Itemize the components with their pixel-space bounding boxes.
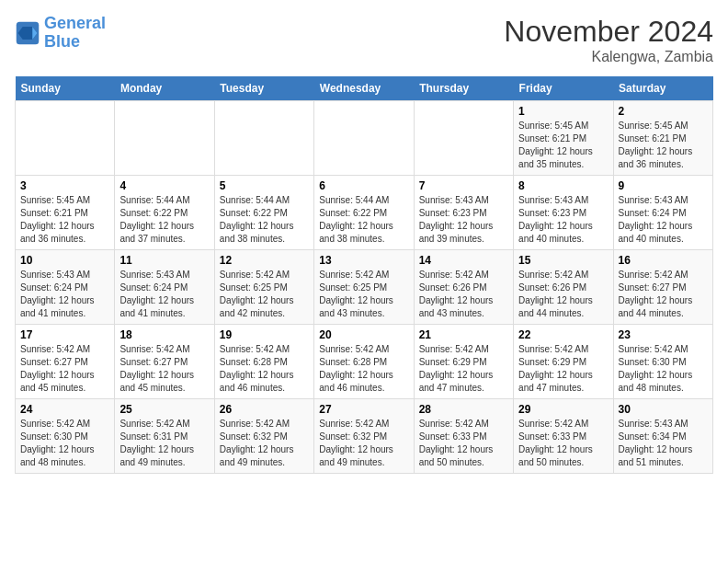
day-number: 17 <box>20 328 109 341</box>
day-info: Sunrise: 5:45 AM Sunset: 6:21 PM Dayligh… <box>518 120 608 171</box>
calendar-cell: 13Sunrise: 5:42 AM Sunset: 6:25 PM Dayli… <box>314 250 414 325</box>
calendar-table: SundayMondayTuesdayWednesdayThursdayFrid… <box>15 76 713 474</box>
week-row-1: 1Sunrise: 5:45 AM Sunset: 6:21 PM Daylig… <box>16 101 713 176</box>
day-info: Sunrise: 5:42 AM Sunset: 6:25 PM Dayligh… <box>220 269 309 320</box>
logo: General Blue <box>15 15 106 52</box>
calendar-cell: 7Sunrise: 5:43 AM Sunset: 6:23 PM Daylig… <box>414 176 513 250</box>
calendar-cell: 5Sunrise: 5:44 AM Sunset: 6:22 PM Daylig… <box>214 176 313 250</box>
header-row: SundayMondayTuesdayWednesdayThursdayFrid… <box>16 76 713 101</box>
day-number: 5 <box>220 179 309 192</box>
day-number: 19 <box>220 328 309 341</box>
calendar-subtitle: Kalengwa, Zambia <box>504 49 713 65</box>
calendar-cell: 4Sunrise: 5:44 AM Sunset: 6:22 PM Daylig… <box>115 176 214 250</box>
calendar-cell: 25Sunrise: 5:42 AM Sunset: 6:31 PM Dayli… <box>115 399 214 474</box>
day-info: Sunrise: 5:42 AM Sunset: 6:27 PM Dayligh… <box>619 269 708 320</box>
day-info: Sunrise: 5:42 AM Sunset: 6:29 PM Dayligh… <box>518 343 608 395</box>
day-info: Sunrise: 5:42 AM Sunset: 6:25 PM Dayligh… <box>319 269 408 320</box>
day-number: 10 <box>20 254 109 267</box>
day-info: Sunrise: 5:44 AM Sunset: 6:22 PM Dayligh… <box>119 194 209 246</box>
calendar-cell: 20Sunrise: 5:42 AM Sunset: 6:28 PM Dayli… <box>314 325 414 399</box>
day-info: Sunrise: 5:42 AM Sunset: 6:26 PM Dayligh… <box>518 269 608 320</box>
logo-line1: General <box>44 14 106 32</box>
calendar-cell: 27Sunrise: 5:42 AM Sunset: 6:32 PM Dayli… <box>314 399 414 474</box>
header-cell-thursday: Thursday <box>414 76 513 101</box>
day-number: 7 <box>419 179 508 192</box>
calendar-cell: 1Sunrise: 5:45 AM Sunset: 6:21 PM Daylig… <box>514 101 613 176</box>
day-number: 1 <box>518 105 608 118</box>
day-number: 21 <box>419 328 508 341</box>
day-info: Sunrise: 5:42 AM Sunset: 6:27 PM Dayligh… <box>20 343 109 395</box>
logo-icon <box>15 20 40 46</box>
day-info: Sunrise: 5:42 AM Sunset: 6:28 PM Dayligh… <box>319 343 408 395</box>
day-info: Sunrise: 5:45 AM Sunset: 6:21 PM Dayligh… <box>20 194 109 246</box>
day-number: 11 <box>119 254 209 267</box>
day-number: 6 <box>319 179 408 192</box>
calendar-body: 1Sunrise: 5:45 AM Sunset: 6:21 PM Daylig… <box>16 101 713 474</box>
calendar-cell: 29Sunrise: 5:42 AM Sunset: 6:33 PM Dayli… <box>514 399 613 474</box>
calendar-cell: 2Sunrise: 5:45 AM Sunset: 6:21 PM Daylig… <box>613 101 712 176</box>
week-row-3: 10Sunrise: 5:43 AM Sunset: 6:24 PM Dayli… <box>16 250 713 325</box>
day-number: 25 <box>119 403 209 416</box>
calendar-cell: 22Sunrise: 5:42 AM Sunset: 6:29 PM Dayli… <box>514 325 613 399</box>
day-number: 30 <box>619 403 708 416</box>
week-row-4: 17Sunrise: 5:42 AM Sunset: 6:27 PM Dayli… <box>16 325 713 399</box>
day-info: Sunrise: 5:42 AM Sunset: 6:29 PM Dayligh… <box>419 343 508 395</box>
calendar-cell <box>314 101 414 176</box>
day-number: 20 <box>319 328 408 341</box>
calendar-cell: 21Sunrise: 5:42 AM Sunset: 6:29 PM Dayli… <box>414 325 513 399</box>
week-row-2: 3Sunrise: 5:45 AM Sunset: 6:21 PM Daylig… <box>16 176 713 250</box>
calendar-cell <box>414 101 513 176</box>
day-info: Sunrise: 5:43 AM Sunset: 6:23 PM Dayligh… <box>419 194 508 246</box>
header-cell-sunday: Sunday <box>16 76 115 101</box>
day-number: 9 <box>619 179 708 192</box>
logo-line2: Blue <box>44 32 80 51</box>
calendar-cell: 16Sunrise: 5:42 AM Sunset: 6:27 PM Dayli… <box>613 250 712 325</box>
day-info: Sunrise: 5:42 AM Sunset: 6:28 PM Dayligh… <box>220 343 309 395</box>
header-cell-saturday: Saturday <box>613 76 712 101</box>
title-block: November 2024 Kalengwa, Zambia <box>504 15 713 65</box>
day-info: Sunrise: 5:42 AM Sunset: 6:27 PM Dayligh… <box>119 343 209 395</box>
day-info: Sunrise: 5:43 AM Sunset: 6:23 PM Dayligh… <box>518 194 608 246</box>
calendar-header: SundayMondayTuesdayWednesdayThursdayFrid… <box>16 76 713 101</box>
header-cell-friday: Friday <box>514 76 613 101</box>
calendar-cell: 8Sunrise: 5:43 AM Sunset: 6:23 PM Daylig… <box>514 176 613 250</box>
calendar-cell: 18Sunrise: 5:42 AM Sunset: 6:27 PM Dayli… <box>115 325 214 399</box>
day-number: 12 <box>220 254 309 267</box>
day-info: Sunrise: 5:42 AM Sunset: 6:32 PM Dayligh… <box>319 418 408 469</box>
calendar-cell: 23Sunrise: 5:42 AM Sunset: 6:30 PM Dayli… <box>613 325 712 399</box>
header-cell-monday: Monday <box>115 76 214 101</box>
calendar-cell: 3Sunrise: 5:45 AM Sunset: 6:21 PM Daylig… <box>16 176 115 250</box>
day-number: 4 <box>119 179 209 192</box>
header-cell-tuesday: Tuesday <box>214 76 313 101</box>
day-number: 8 <box>518 179 608 192</box>
day-info: Sunrise: 5:42 AM Sunset: 6:26 PM Dayligh… <box>419 269 508 320</box>
calendar-cell: 14Sunrise: 5:42 AM Sunset: 6:26 PM Dayli… <box>414 250 513 325</box>
calendar-cell: 30Sunrise: 5:43 AM Sunset: 6:34 PM Dayli… <box>613 399 712 474</box>
calendar-cell: 17Sunrise: 5:42 AM Sunset: 6:27 PM Dayli… <box>16 325 115 399</box>
calendar-cell: 26Sunrise: 5:42 AM Sunset: 6:32 PM Dayli… <box>214 399 313 474</box>
page-header: General Blue November 2024 Kalengwa, Zam… <box>15 15 713 65</box>
day-info: Sunrise: 5:42 AM Sunset: 6:30 PM Dayligh… <box>619 343 708 395</box>
day-info: Sunrise: 5:43 AM Sunset: 6:24 PM Dayligh… <box>619 194 708 246</box>
calendar-title: November 2024 <box>504 15 713 49</box>
day-number: 27 <box>319 403 408 416</box>
day-info: Sunrise: 5:42 AM Sunset: 6:33 PM Dayligh… <box>419 418 508 469</box>
day-number: 18 <box>119 328 209 341</box>
calendar-cell: 11Sunrise: 5:43 AM Sunset: 6:24 PM Dayli… <box>115 250 214 325</box>
day-info: Sunrise: 5:42 AM Sunset: 6:31 PM Dayligh… <box>119 418 209 469</box>
day-info: Sunrise: 5:43 AM Sunset: 6:24 PM Dayligh… <box>20 269 109 320</box>
calendar-cell <box>16 101 115 176</box>
calendar-cell: 10Sunrise: 5:43 AM Sunset: 6:24 PM Dayli… <box>16 250 115 325</box>
day-number: 16 <box>619 254 708 267</box>
day-info: Sunrise: 5:42 AM Sunset: 6:30 PM Dayligh… <box>20 418 109 469</box>
calendar-cell: 19Sunrise: 5:42 AM Sunset: 6:28 PM Dayli… <box>214 325 313 399</box>
calendar-cell: 15Sunrise: 5:42 AM Sunset: 6:26 PM Dayli… <box>514 250 613 325</box>
calendar-cell <box>115 101 214 176</box>
day-number: 3 <box>20 179 109 192</box>
day-info: Sunrise: 5:42 AM Sunset: 6:33 PM Dayligh… <box>518 418 608 469</box>
week-row-5: 24Sunrise: 5:42 AM Sunset: 6:30 PM Dayli… <box>16 399 713 474</box>
calendar-cell: 6Sunrise: 5:44 AM Sunset: 6:22 PM Daylig… <box>314 176 414 250</box>
day-info: Sunrise: 5:43 AM Sunset: 6:34 PM Dayligh… <box>619 418 708 469</box>
day-number: 22 <box>518 328 608 341</box>
calendar-cell: 28Sunrise: 5:42 AM Sunset: 6:33 PM Dayli… <box>414 399 513 474</box>
